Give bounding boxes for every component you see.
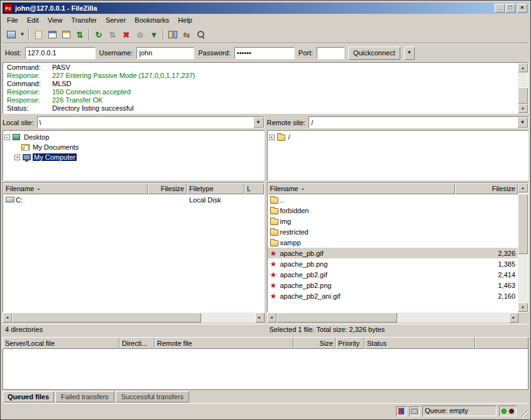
menu-view[interactable]: View [43,15,67,25]
menu-transfer[interactable]: Transfer [67,15,101,25]
remote-file-row[interactable]: restricted [268,226,518,237]
remote-file-row-selected[interactable]: ★apache_pb.gif 2,326 [268,248,518,258]
refresh-icon: ↻ [96,31,102,39]
scrollbar-thumb[interactable] [518,194,528,254]
process-queue-button[interactable]: ⇅ [106,28,119,41]
remote-site-combo[interactable]: / ▼ [309,116,528,128]
minimize-button[interactable]: _ [495,4,505,13]
scrollbar-thumb[interactable] [518,87,528,104]
chevron-down-icon[interactable]: ▼ [253,117,264,128]
tab-successful-transfers[interactable]: Successful transfers [116,391,189,402]
quickconnect-button[interactable]: Quickconnect [348,47,400,60]
column-header-filesize[interactable]: Filesize [455,183,518,194]
log-line: Response:226 Transfer OK [7,96,518,104]
remote-list-scrollbar[interactable]: ▲ ▼ [518,183,528,312]
column-header-filetype[interactable]: Filetype [187,183,244,194]
local-site-combo[interactable]: \ ▼ [37,116,265,128]
toggle-message-log-button[interactable] [31,28,45,41]
log-scrollbar[interactable]: ▲ ▼ [518,63,528,113]
synchronized-browsing-button[interactable]: ⇆ [180,28,194,41]
filter-button[interactable]: ▼ [147,28,161,41]
scrollbar-thumb[interactable] [12,312,201,323]
remote-file-row[interactable]: xampp [268,237,518,248]
remote-file-row[interactable]: ★apache_pb2.gif 2,414 [268,269,518,280]
chevron-down-icon[interactable]: ▼ [517,117,528,128]
tree-item-desktop[interactable]: − Desktop [4,132,263,142]
queue-body[interactable] [3,349,528,390]
menu-edit[interactable]: Edit [23,15,43,25]
scroll-down-icon[interactable]: ▼ [518,104,528,113]
refresh-button[interactable]: ↻ [92,28,106,41]
disconnect-button[interactable]: ⊘ [133,28,147,41]
password-input[interactable] [234,47,295,59]
site-manager-dropdown[interactable]: ▼ [18,28,26,41]
username-input[interactable] [136,47,194,59]
scroll-up-icon[interactable]: ▲ [518,63,528,72]
remote-file-row[interactable]: .. [268,194,518,205]
remote-file-row[interactable]: forbidden [268,205,518,216]
maximize-button[interactable]: □ [505,4,515,13]
tree-item-root[interactable]: + / [269,132,527,142]
resize-grip[interactable] [519,408,528,417]
scroll-right-icon[interactable]: ► [509,312,518,323]
tab-queued-files[interactable]: Queued files [3,391,54,402]
remote-list-rows[interactable]: .. forbidden img restricted [268,194,518,312]
toggle-remote-tree-button[interactable] [59,28,73,41]
close-button[interactable]: × [517,4,527,13]
menu-file[interactable]: File [3,15,23,25]
host-input[interactable] [25,47,96,59]
local-file-list: Filename▲ Filesize Filetype L C: Local D… [3,182,265,312]
remote-file-row[interactable]: ★apache_pb2_ani.gif 2,160 [268,290,518,301]
column-header-priority[interactable]: Priority [336,337,364,349]
column-header-status[interactable]: Status [364,337,475,349]
port-input[interactable] [317,47,344,59]
tree-item-my-documents[interactable]: My Documents [4,142,263,152]
menu-help[interactable]: Help [173,15,197,25]
column-header-remote-file[interactable]: Remote file [155,337,293,349]
local-directory-tree[interactable]: − Desktop My Documents + My Computer [3,130,265,180]
scroll-left-icon[interactable]: ◄ [3,312,12,323]
remote-horizontal-scrollbar[interactable]: ◄ ► [267,312,529,323]
window-title: john@127.0.0.1 - FileZilla [15,4,494,12]
local-horizontal-scrollbar[interactable]: ◄ ► [3,312,265,323]
expand-icon[interactable]: + [14,155,20,160]
remote-file-row[interactable]: img [268,216,518,226]
column-header-server-local-file[interactable]: Server/Local file [3,337,119,349]
expand-icon[interactable]: + [269,135,275,140]
log-lines[interactable]: Command:PASV Response:227 Entering Passi… [3,63,518,113]
scrollbar-thumb[interactable] [276,312,398,323]
column-header-filename[interactable]: Filename▲ [268,183,456,194]
column-header-direction[interactable]: Directi... [119,337,155,349]
local-file-row[interactable]: C: Local Disk [3,194,264,205]
browser-panes: Local site: \ ▼ − Desktop My Documents [3,116,528,335]
transfer-type-indicator[interactable] [396,406,407,416]
collapse-icon[interactable]: − [4,135,10,140]
quickconnect-dropdown[interactable]: ▼ [404,47,415,60]
remote-directory-tree[interactable]: + / [267,130,529,180]
tab-failed-transfers[interactable]: Failed transfers [55,391,114,402]
folder-icon [270,240,278,246]
column-header-filesize[interactable]: Filesize [148,183,187,194]
scroll-right-icon[interactable]: ► [255,312,265,323]
computer-icon [23,154,31,160]
column-header-filename[interactable]: Filename▲ [3,183,148,194]
remote-file-row[interactable]: ★apache_pb.png 1,385 [268,258,518,269]
find-files-button[interactable] [194,28,207,41]
titlebar[interactable]: Fz john@127.0.0.1 - FileZilla _ □ × [3,3,528,14]
tree-item-my-computer[interactable]: + My Computer [4,152,263,162]
speed-limits-indicator[interactable] [409,406,420,416]
local-list-rows[interactable]: C: Local Disk [3,194,264,312]
menu-server[interactable]: Server [101,15,130,25]
menu-bookmarks[interactable]: Bookmarks [130,15,173,25]
column-header-size[interactable]: Size [293,337,336,349]
cancel-operation-button[interactable]: ✖ [119,28,133,41]
scroll-up-icon[interactable]: ▲ [518,183,528,192]
site-manager-button[interactable] [4,28,18,41]
toggle-queue-button[interactable]: ⇅ [73,28,87,41]
column-header-lastmodified[interactable]: L [244,183,264,194]
directory-comparison-button[interactable] [166,28,180,41]
toggle-local-tree-button[interactable] [45,28,59,41]
scroll-left-icon[interactable]: ◄ [267,312,276,323]
scroll-down-icon[interactable]: ▼ [518,302,528,312]
remote-file-row[interactable]: ★apache_pb2.png 1,463 [268,280,518,290]
